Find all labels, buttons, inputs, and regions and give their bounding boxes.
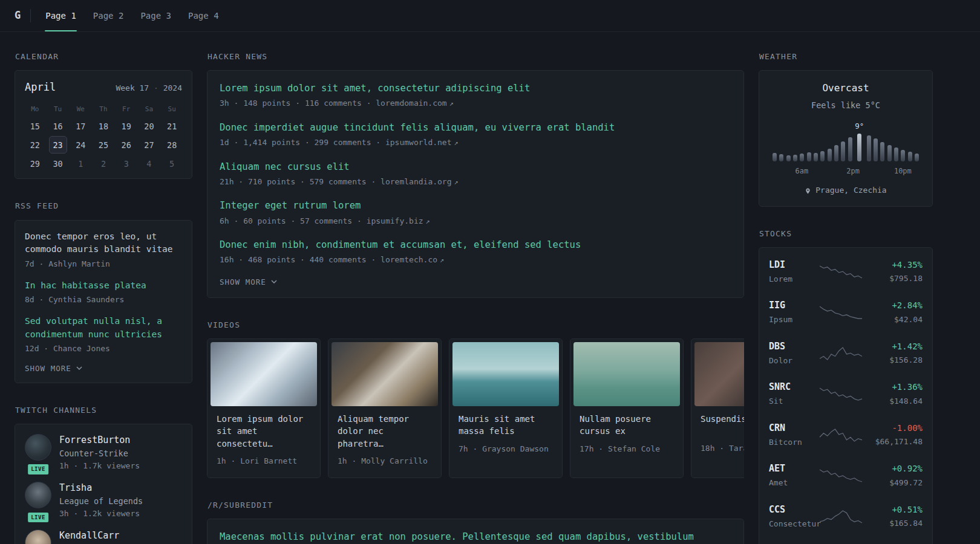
stock-price: $66,171.48	[869, 436, 923, 448]
stock-row[interactable]: AHS +0.46%	[769, 537, 923, 544]
video-meta: 1h · Lori Barnett	[217, 455, 311, 467]
stock-name: Dolor	[769, 355, 812, 367]
page-tab[interactable]: Page 4	[180, 0, 227, 31]
twitch-channel-row[interactable]: LIVE ForrestBurton Counter-Strike 1h · 1…	[25, 434, 182, 471]
video-meta: 7h · Grayson Dawson	[459, 443, 553, 455]
stock-sparkline	[818, 346, 863, 361]
calendar-week: Week 17	[116, 83, 149, 92]
hackernews-item-title[interactable]: Aliquam nec cursus elit	[220, 160, 731, 174]
hackernews-item-title[interactable]: Donec enim nibh, condimentum et accumsan…	[220, 238, 731, 252]
external-link-icon: ↗	[454, 178, 459, 186]
video-thumbnail[interactable]	[694, 342, 744, 406]
video-title[interactable]: Mauris sit amet massa felis	[459, 413, 553, 438]
stock-row[interactable]: LDI Lorem +4.35% $795.18	[769, 251, 923, 293]
calendar-day[interactable]: 17	[71, 117, 90, 135]
twitch-channel-name[interactable]: Trisha	[59, 482, 143, 494]
calendar-day[interactable]: 1	[71, 155, 90, 172]
hackernews-item-domain[interactable]: loremlandia.org	[381, 177, 451, 186]
twitch-channel-row[interactable]: LIVE KendallCarr	[25, 529, 182, 544]
weather-bar-cell	[848, 135, 852, 161]
video-card[interactable]: Suspendisse diam 18h · Tara	[691, 338, 744, 478]
stock-symbol: SNRC	[769, 381, 812, 393]
stock-values: +1.36% $148.64	[869, 381, 923, 407]
stock-row[interactable]: CRN Bitcorn -1.00% $66,171.48	[769, 415, 923, 456]
stock-row[interactable]: AET Amet +0.92% $499.72	[769, 455, 923, 496]
video-thumbnail[interactable]	[573, 342, 680, 406]
stock-sparkline	[818, 468, 863, 484]
video-thumbnail[interactable]	[452, 342, 559, 406]
video-title[interactable]: Aliquam tempor dolor nec pharetra…	[338, 413, 432, 450]
calendar-day[interactable]: 16	[49, 117, 67, 135]
video-card[interactable]: Nullam posuere cursus ex 17h · Stefan Co…	[570, 338, 684, 478]
weather-feels-like: Feels like 5°C	[768, 100, 924, 111]
stock-row[interactable]: SNRC Sit +1.36% $148.64	[769, 374, 923, 415]
calendar-day[interactable]: 28	[163, 136, 181, 154]
calendar-day[interactable]: 26	[117, 136, 136, 154]
video-thumbnail[interactable]	[332, 342, 438, 406]
hackernews-item-domain[interactable]: ipsumify.biz	[367, 216, 423, 225]
hackernews-show-more-button[interactable]: Show more	[220, 277, 277, 287]
calendar-day[interactable]: 25	[94, 136, 113, 154]
live-badge: LIVE	[27, 511, 50, 524]
live-badge: LIVE	[27, 463, 50, 476]
calendar-day[interactable]: 22	[26, 136, 44, 154]
rss-item-title[interactable]: Sed volutpat nulla nisl, a condimentum n…	[25, 315, 182, 342]
weather-bar-cell	[908, 149, 912, 161]
twitch-channel-game: Counter-Strike	[59, 448, 140, 459]
hackernews-item-domain[interactable]: ipsumworld.net	[385, 138, 452, 147]
video-thumbnail[interactable]	[211, 342, 317, 406]
calendar-week-year: Week 17 · 2024	[116, 83, 182, 94]
stock-row[interactable]: DBS Dolor +1.42% $156.28	[769, 333, 923, 374]
calendar-day[interactable]: 30	[49, 155, 67, 172]
calendar-day[interactable]: 2	[94, 155, 113, 172]
video-body: Aliquam tempor dolor nec pharetra… 1h · …	[332, 406, 438, 474]
twitch-channel-name[interactable]: KendallCarr	[59, 529, 119, 542]
twitch-channel-name[interactable]: ForrestBurton	[59, 434, 140, 447]
calendar-day[interactable]: 29	[26, 155, 44, 172]
calendar-day[interactable]: 18	[94, 117, 113, 135]
video-card[interactable]: Lorem ipsum dolor sit amet consectetu… 1…	[207, 338, 321, 478]
app-logo[interactable]: G	[15, 8, 30, 23]
hackernews-item-title[interactable]: Lorem ipsum dolor sit amet, consectetur …	[220, 82, 731, 96]
video-title[interactable]: Nullam posuere cursus ex	[580, 413, 674, 438]
stock-sparkline	[818, 305, 863, 320]
hackernews-item-title[interactable]: Donec imperdiet augue tincidunt felis al…	[220, 121, 731, 135]
calendar-day[interactable]: 3	[117, 155, 136, 172]
calendar-day[interactable]: 19	[117, 117, 136, 135]
hackernews-item-meta: 1d · 1,414 points · 299 comments · ipsum…	[220, 137, 731, 149]
video-card[interactable]: Mauris sit amet massa felis 7h · Grayson…	[449, 338, 563, 478]
calendar-day[interactable]: 23	[49, 136, 67, 154]
calendar-day[interactable]: 24	[71, 136, 90, 154]
calendar-day[interactable]: 27	[140, 136, 158, 154]
page-tab[interactable]: Page 2	[85, 0, 132, 31]
video-title[interactable]: Lorem ipsum dolor sit amet consectetu…	[217, 413, 311, 450]
hackernews-item-domain[interactable]: loremdomain.com	[376, 99, 446, 108]
page-tab[interactable]: Page 1	[37, 0, 85, 31]
video-title[interactable]: Suspendisse diam	[701, 413, 744, 437]
stock-row[interactable]: CCS Consectetur +0.51% $165.84	[769, 496, 923, 537]
external-link-icon: ↗	[440, 256, 444, 264]
stock-row[interactable]: IIG Ipsum +2.84% $42.04	[769, 292, 923, 333]
rss-item-title[interactable]: Donec tempor eros leo, ut commodo mauris…	[25, 230, 182, 257]
external-link-icon: ↗	[449, 99, 454, 108]
rss-item-title[interactable]: In hac habitasse platea	[25, 279, 182, 293]
rss-show-more-button[interactable]: Show more	[25, 364, 82, 373]
video-card[interactable]: Aliquam tempor dolor nec pharetra… 1h · …	[328, 338, 442, 478]
twitch-channel-info: ForrestBurton Counter-Strike 1h · 1.7k v…	[59, 434, 140, 471]
calendar-day[interactable]: 4	[140, 155, 158, 172]
hackernews-item: Integer eget rutrum lorem 6h · 60 points…	[220, 199, 731, 227]
hackernews-item-stats: 21h · 710 points · 579 comments ·	[220, 177, 376, 186]
weather-bar-cell	[814, 151, 818, 161]
hackernews-item-domain[interactable]: loremtech.co	[381, 255, 437, 264]
calendar-day[interactable]: 21	[163, 117, 181, 135]
calendar-day[interactable]: 20	[140, 117, 158, 135]
hackernews-item-title[interactable]: Integer eget rutrum lorem	[220, 199, 731, 213]
twitch-channel-row[interactable]: LIVE Trisha League of Legends 3h · 1.2k …	[25, 482, 182, 519]
stock-id: LDI Lorem	[769, 259, 812, 285]
subreddit-post-title[interactable]: Maecenas mollis pulvinar erat non posuer…	[220, 530, 731, 544]
calendar-day[interactable]: 5	[163, 155, 181, 172]
rss-item-meta: 8d · Cynthia Saunders	[25, 294, 182, 306]
calendar-day[interactable]: 15	[26, 117, 44, 135]
page-tab[interactable]: Page 3	[132, 0, 180, 31]
videos-section-title: Videos	[207, 320, 744, 331]
